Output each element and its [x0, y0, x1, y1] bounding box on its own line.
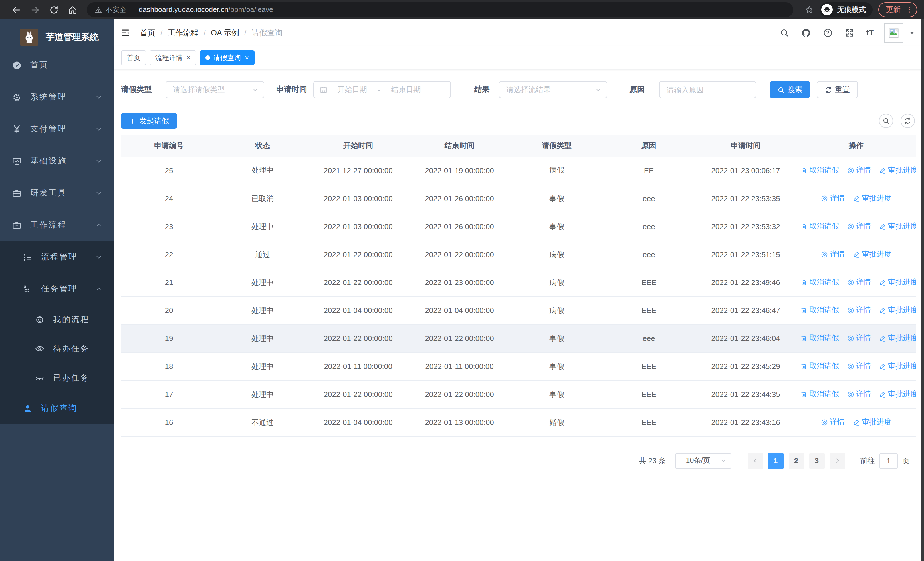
sidebar-item-home[interactable]: 首页	[0, 49, 114, 81]
action-detail-link[interactable]: 详情	[847, 221, 871, 232]
tab-请假查询[interactable]: 请假查询×	[200, 50, 255, 65]
action-progress-link[interactable]: 审批进度	[879, 277, 916, 288]
pagination-total: 共 23 条	[639, 456, 666, 466]
action-progress-link[interactable]: 审批进度	[879, 165, 916, 175]
avatar[interactable]	[884, 23, 903, 42]
sidebar-collapse-icon[interactable]	[120, 28, 130, 38]
sidebar-item-leave-query[interactable]: 请假查询	[0, 393, 114, 424]
address-bar[interactable]: 不安全 dashboard.yudao.iocoder.cn /bpm/oa/l…	[87, 2, 793, 17]
sidebar-item-workflow[interactable]: 工作流程	[0, 209, 114, 241]
page-button-1[interactable]: 1	[768, 453, 783, 469]
delete-icon	[800, 223, 808, 230]
sidebar-item-done-tasks[interactable]: 已办任务	[0, 363, 114, 393]
action-detail-link[interactable]: 详情	[847, 390, 871, 400]
tab-流程详情[interactable]: 流程详情×	[150, 50, 196, 65]
create-leave-button[interactable]: 发起请假	[121, 113, 177, 129]
sidebar-item-todo-tasks[interactable]: 待办任务	[0, 334, 114, 363]
action-detail-link[interactable]: 详情	[847, 333, 871, 344]
apply-time-range-picker[interactable]: 开始日期 - 结束日期	[314, 81, 451, 98]
font-size-icon[interactable]: tT	[866, 28, 874, 38]
action-detail-link[interactable]: 详情	[821, 417, 844, 428]
search-button[interactable]: 搜索	[770, 81, 810, 98]
action-progress-link[interactable]: 审批进度	[853, 250, 891, 260]
flow-icon	[23, 284, 33, 294]
browser-update-button[interactable]: 更新	[878, 2, 917, 17]
action-detail-link[interactable]: 详情	[821, 250, 844, 260]
table-row[interactable]: 19处理中2022-01-22 00:00:002022-01-22 00:00…	[121, 325, 916, 352]
breadcrumb-item[interactable]: 工作流程	[168, 28, 199, 38]
page-button-3[interactable]: 3	[809, 453, 824, 469]
action-cancel-link[interactable]: 取消请假	[800, 333, 839, 344]
page-button-2[interactable]: 2	[789, 453, 804, 469]
action-progress-link[interactable]: 审批进度	[879, 333, 916, 344]
scrollbar[interactable]	[921, 20, 924, 561]
action-detail-link[interactable]: 详情	[847, 305, 871, 316]
action-cancel-link[interactable]: 取消请假	[800, 165, 839, 175]
table-row[interactable]: 21处理中2022-01-22 00:00:002022-01-23 00:00…	[121, 269, 916, 296]
breadcrumb-item[interactable]: OA 示例	[211, 28, 239, 38]
action-progress-link[interactable]: 审批进度	[853, 193, 891, 204]
refresh-table-button[interactable]	[901, 114, 915, 128]
table-row[interactable]: 20处理中2022-01-04 00:00:002022-01-04 00:00…	[121, 296, 916, 325]
fullscreen-icon[interactable]	[844, 28, 854, 38]
action-cancel-link[interactable]: 取消请假	[800, 277, 839, 288]
table-row[interactable]: 24已取消2022-01-03 00:00:002022-01-26 00:00…	[121, 185, 916, 212]
next-page-button[interactable]	[830, 453, 845, 469]
reset-button[interactable]: 重置	[817, 81, 858, 98]
action-progress-link[interactable]: 审批进度	[879, 390, 916, 400]
refresh-icon	[825, 86, 832, 93]
table-row[interactable]: 16不通过2022-01-04 00:00:002022-01-13 00:00…	[121, 409, 916, 436]
leave-type-select[interactable]: 请选择请假类型	[165, 81, 264, 98]
action-progress-link[interactable]: 审批进度	[853, 417, 891, 428]
cell-id: 23	[121, 212, 217, 241]
sidebar-item-process-mgmt[interactable]: 流程管理	[0, 241, 114, 273]
browser-menu-icon[interactable]	[905, 5, 913, 14]
forward-icon[interactable]	[30, 5, 40, 15]
breadcrumb-item[interactable]: 首页	[140, 28, 155, 38]
reason-input[interactable]	[660, 85, 756, 95]
action-detail-link[interactable]: 详情	[847, 361, 871, 371]
table-row[interactable]: 17处理中2022-01-22 00:00:002022-01-22 00:00…	[121, 381, 916, 409]
action-cancel-link[interactable]: 取消请假	[800, 221, 839, 232]
help-icon[interactable]	[823, 28, 832, 38]
delete-icon	[800, 335, 808, 342]
close-icon[interactable]: ×	[245, 54, 249, 61]
sidebar-item-devtools[interactable]: 研发工具	[0, 177, 114, 209]
toggle-search-button[interactable]	[879, 114, 893, 128]
table-row[interactable]: 18处理中2022-01-11 00:00:002022-01-11 00:00…	[121, 352, 916, 381]
close-icon[interactable]: ×	[187, 54, 190, 61]
sidebar-item-infra[interactable]: 基础设施	[0, 145, 114, 177]
action-progress-link[interactable]: 审批进度	[879, 305, 916, 316]
page-size-select[interactable]: 10条/页	[675, 453, 731, 469]
action-progress-link[interactable]: 审批进度	[879, 361, 916, 371]
action-detail-link[interactable]: 详情	[847, 277, 871, 288]
github-icon[interactable]	[801, 28, 811, 38]
back-icon[interactable]	[11, 5, 21, 15]
avatar-caret-icon[interactable]	[909, 30, 915, 36]
home-icon[interactable]	[68, 5, 78, 15]
sidebar-item-payment[interactable]: 支付管理	[0, 113, 114, 145]
reload-icon[interactable]	[49, 5, 59, 15]
table-row[interactable]: 23处理中2022-01-03 00:00:002022-01-26 00:00…	[121, 212, 916, 241]
action-cancel-link[interactable]: 取消请假	[800, 305, 839, 316]
sidebar-item-task-mgmt[interactable]: 任务管理	[0, 273, 114, 305]
action-detail-link[interactable]: 详情	[821, 193, 844, 204]
bookmark-star-icon[interactable]	[805, 5, 814, 14]
action-cancel-link[interactable]: 取消请假	[800, 390, 839, 400]
table-row[interactable]: 25处理中2021-12-27 00:00:002022-01-19 00:00…	[121, 156, 916, 185]
sidebar-item-my-process[interactable]: 我的流程	[0, 305, 114, 334]
action-detail-link[interactable]: 详情	[847, 165, 871, 175]
action-cancel-link[interactable]: 取消请假	[800, 361, 839, 371]
not-secure-icon[interactable]	[95, 6, 102, 14]
table-row[interactable]: 22通过2022-01-22 00:00:002022-01-22 00:00:…	[121, 241, 916, 269]
header-search-icon[interactable]	[780, 28, 789, 38]
action-label: 详情	[830, 193, 844, 204]
prev-page-button[interactable]	[747, 453, 763, 469]
app-logo[interactable]: 芋道管理系统	[0, 20, 114, 49]
action-progress-link[interactable]: 审批进度	[879, 221, 916, 232]
result-select[interactable]: 请选择流结果	[499, 81, 607, 98]
tab-首页[interactable]: 首页	[121, 50, 146, 65]
goto-page-input[interactable]	[879, 453, 898, 469]
column-header: 操作	[796, 135, 916, 156]
sidebar-item-system[interactable]: 系统管理	[0, 81, 114, 113]
